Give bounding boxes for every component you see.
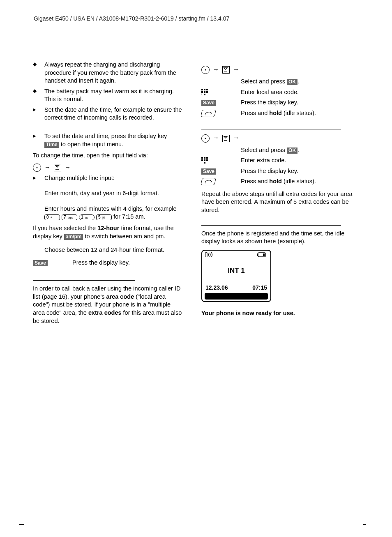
display-date: 12.23.06 bbox=[205, 284, 228, 292]
text: (idle status). bbox=[282, 110, 316, 116]
text: to open the input menu. bbox=[59, 141, 123, 148]
sub-paragraph: Enter month, day and year in 6-digit for… bbox=[44, 189, 183, 198]
separator bbox=[201, 129, 341, 129]
step-item: Change multiple line input: bbox=[33, 174, 183, 182]
step-text: Enter extra code. bbox=[241, 155, 353, 166]
nav-control-icon bbox=[201, 134, 210, 143]
menu-path: → → bbox=[33, 163, 183, 172]
nav-control-icon bbox=[33, 164, 41, 172]
text: If you have selected the bbox=[33, 225, 97, 231]
signal-icon bbox=[205, 252, 218, 257]
end-call-key-icon bbox=[201, 178, 216, 185]
text-bold: 12-hour bbox=[97, 225, 119, 231]
svg-rect-17 bbox=[263, 254, 265, 256]
step-row: Press and hold (idle status). bbox=[201, 176, 353, 187]
paragraph: To change the time, open the input field… bbox=[33, 152, 183, 160]
display-key-save: Save bbox=[33, 260, 48, 266]
display-handset-name: INT 1 bbox=[205, 257, 268, 282]
display-key-ok: OK bbox=[287, 79, 297, 85]
bullet-item: Always repeat the charging and dischargi… bbox=[33, 61, 183, 85]
arrow-icon: → bbox=[65, 164, 71, 171]
svg-rect-3 bbox=[201, 91, 203, 93]
keypad-icon bbox=[201, 89, 210, 95]
left-column: Always repeat the charging and dischargi… bbox=[33, 61, 183, 328]
svg-rect-0 bbox=[201, 89, 203, 90]
separator bbox=[33, 280, 135, 281]
sub-paragraph: Choose between 12 and 24-hour time forma… bbox=[44, 246, 183, 254]
text: . bbox=[297, 78, 299, 85]
crop-mark bbox=[363, 524, 366, 525]
ready-statement: Your phone is now ready for use. bbox=[201, 309, 353, 318]
paragraph: In order to call back a caller using the… bbox=[33, 285, 183, 325]
key-5: 5 jkl bbox=[96, 214, 112, 220]
display-key-time: Time bbox=[44, 142, 59, 148]
display-key-save: Save bbox=[201, 100, 216, 106]
text: (idle status). bbox=[282, 178, 316, 184]
separator bbox=[201, 225, 341, 226]
arrow-icon: → bbox=[233, 66, 239, 73]
battery-icon bbox=[257, 252, 267, 257]
step-row: Enter extra code. bbox=[201, 155, 353, 166]
arrow-icon: → bbox=[44, 164, 51, 171]
arrow-icon: → bbox=[213, 66, 219, 73]
paragraph: Repeat the above steps until all extra c… bbox=[201, 190, 353, 214]
svg-rect-4 bbox=[204, 91, 205, 93]
text: Select and press bbox=[241, 147, 287, 153]
separator bbox=[33, 128, 111, 128]
menu-path: → → bbox=[201, 134, 353, 142]
step-text: Enter local area code. bbox=[241, 87, 353, 98]
end-call-key-icon bbox=[201, 110, 216, 117]
step-text: Press the display key. bbox=[241, 166, 353, 177]
svg-rect-13 bbox=[204, 162, 205, 164]
crop-mark bbox=[19, 524, 24, 525]
settings-menu-icon bbox=[222, 135, 230, 142]
text: . bbox=[297, 147, 299, 153]
text-bold: hold bbox=[269, 110, 282, 116]
display-key-save: Save bbox=[201, 168, 216, 175]
settings-menu-icon bbox=[54, 164, 61, 171]
step-row: Select and press OK. bbox=[201, 145, 353, 156]
step-row: Press and hold (idle status). bbox=[201, 108, 353, 119]
step-row: Enter local area code. bbox=[201, 87, 353, 98]
key-7: 7 pqrs bbox=[62, 214, 77, 220]
menu-path: → → bbox=[201, 65, 353, 74]
crop-mark bbox=[363, 15, 366, 15]
manual-page: Gigaset E450 / USA EN / A31008-M1702-R30… bbox=[0, 0, 392, 537]
svg-rect-6 bbox=[204, 94, 205, 95]
svg-rect-1 bbox=[204, 89, 205, 90]
crop-mark bbox=[19, 15, 24, 15]
right-column: → → Select and press OK. bbox=[201, 61, 353, 328]
text-bold: area code bbox=[106, 293, 134, 300]
text: for 7:15 am. bbox=[113, 213, 145, 220]
svg-rect-14 bbox=[205, 252, 207, 257]
svg-rect-8 bbox=[204, 157, 205, 159]
step-row: Save Press the display key. bbox=[33, 258, 183, 268]
step-item: To set the date and time, press the disp… bbox=[33, 132, 183, 148]
svg-rect-10 bbox=[201, 159, 203, 161]
sub-paragraph: Enter hours and minutes with 4 digits, f… bbox=[44, 205, 183, 221]
key-1: 1 ao bbox=[79, 214, 95, 220]
text-bold: extra codes bbox=[88, 309, 122, 316]
arrow-icon: → bbox=[233, 134, 239, 141]
step-item: Set the date and the time, for example t… bbox=[33, 106, 183, 122]
step-row: Select and press OK. bbox=[201, 76, 353, 87]
step-text: Press the display key. bbox=[241, 97, 353, 108]
svg-rect-11 bbox=[204, 159, 205, 161]
step-row: Save Press the display key. bbox=[201, 97, 353, 108]
step-text: Press the display key. bbox=[72, 258, 183, 268]
paragraph: If you have selected the 12-hour time fo… bbox=[33, 224, 183, 240]
svg-rect-16 bbox=[257, 254, 258, 256]
keypad-icon bbox=[201, 157, 210, 164]
text: To set the date and time, press the disp… bbox=[44, 133, 167, 139]
text: Select and press bbox=[241, 78, 287, 85]
svg-rect-2 bbox=[206, 89, 208, 90]
bullet-item: The battery pack may feel warm as it is … bbox=[33, 88, 183, 104]
settings-menu-icon bbox=[222, 66, 230, 74]
step-row: Save Press the display key. bbox=[201, 166, 353, 177]
nav-control-icon bbox=[201, 66, 210, 74]
svg-rect-12 bbox=[206, 159, 208, 161]
svg-rect-9 bbox=[206, 157, 208, 159]
key-0: 0 + bbox=[44, 214, 60, 220]
display-time: 07:15 bbox=[252, 284, 267, 292]
arrow-icon: → bbox=[213, 134, 219, 141]
